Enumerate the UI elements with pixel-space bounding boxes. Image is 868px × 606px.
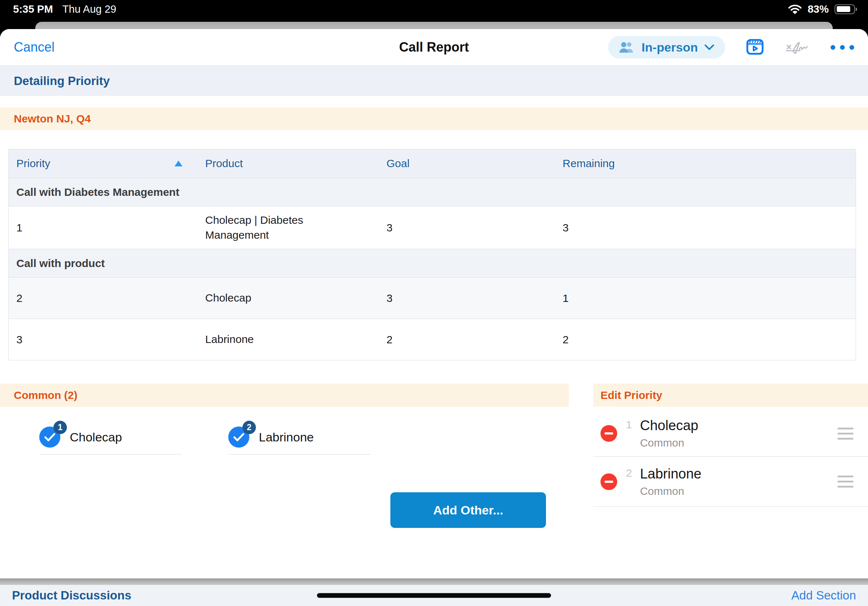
- edit-item-title: Cholecap: [640, 418, 699, 433]
- cell-remaining: 3: [555, 222, 856, 234]
- section-title: Detailing Priority: [14, 74, 110, 88]
- add-other-button[interactable]: Add Other...: [391, 492, 546, 528]
- edit-priority-title: Edit Priority: [600, 389, 662, 402]
- cell-product: Cholecap | Diabetes Management: [198, 213, 379, 242]
- status-right: 83%: [788, 3, 855, 15]
- product-checkbox-item[interactable]: 1 Cholecap: [39, 420, 182, 454]
- page-title: Call Report: [399, 40, 469, 55]
- edit-priority-panel: Edit Priority 1 Cholecap Common 2 Lab: [593, 383, 868, 507]
- table-group-header: Call with product: [9, 249, 856, 277]
- bottom-bar: Product Discussions Add Section: [0, 585, 868, 606]
- edit-item-subtitle: Common: [640, 485, 702, 497]
- common-section-header: Common (2): [0, 383, 569, 407]
- edit-priority-row[interactable]: 2 Labrinone Common: [593, 457, 868, 507]
- territory-label: Newton NJ, Q4: [14, 113, 91, 125]
- priority-index: 1: [626, 419, 632, 431]
- edit-item-text: Labrinone Common: [640, 466, 702, 497]
- navbar-actions: In-person: [608, 36, 854, 59]
- section-header-detailing-priority: Detailing Priority: [0, 65, 868, 96]
- column-label-goal: Goal: [386, 157, 409, 169]
- media-button[interactable]: [746, 39, 764, 56]
- column-header-remaining[interactable]: Remaining: [555, 157, 856, 170]
- battery-tip: [856, 8, 857, 11]
- remove-item-button[interactable]: [600, 473, 617, 490]
- table-row[interactable]: 3 Labrinone 2 2: [9, 318, 856, 360]
- record-type-button[interactable]: In-person: [608, 36, 725, 59]
- cell-priority: 3: [9, 334, 198, 346]
- edit-item-subtitle: Common: [640, 437, 699, 449]
- table-row[interactable]: 1 Cholecap | Diabetes Management 3 3: [9, 206, 856, 249]
- status-bar: 5:35 PM Thu Aug 29 83%: [0, 0, 868, 21]
- sort-ascending-icon: [175, 161, 183, 166]
- chevron-down-icon: [704, 44, 714, 51]
- product-label: Cholecap: [70, 430, 122, 444]
- edit-priority-list: 1 Cholecap Common 2 Labrinone Common: [593, 411, 868, 507]
- edit-item-text: Cholecap Common: [640, 418, 699, 449]
- wifi-icon: [788, 4, 802, 14]
- priority-index: 2: [626, 467, 632, 479]
- call-report-sheet: Cancel Call Report In-person: [0, 29, 868, 606]
- add-section-button[interactable]: Add Section: [791, 589, 856, 602]
- cell-goal: 2: [379, 334, 555, 346]
- cancel-button[interactable]: Cancel: [14, 40, 54, 55]
- record-type-label: In-person: [642, 40, 698, 54]
- column-header-goal[interactable]: Goal: [379, 157, 555, 170]
- column-label-product: Product: [205, 157, 243, 169]
- table-group-header: Call with Diabetes Management: [9, 178, 856, 206]
- product-checkbox-item[interactable]: 2 Labrinone: [228, 420, 371, 454]
- battery-icon: [835, 5, 855, 14]
- territory-banner: Newton NJ, Q4: [0, 108, 868, 130]
- signature-icon: [785, 39, 809, 56]
- scroll-edge-shadow: [0, 578, 868, 585]
- people-icon: [619, 42, 635, 53]
- table-row[interactable]: 2 Cholecap 3 1: [9, 277, 856, 318]
- cell-remaining: 2: [555, 334, 856, 346]
- drag-handle-icon[interactable]: [837, 476, 854, 488]
- ellipsis-icon: [831, 45, 854, 50]
- cell-priority: 2: [9, 292, 198, 305]
- battery-fill: [837, 6, 850, 12]
- column-label-remaining: Remaining: [563, 157, 615, 169]
- checkbox-checked-icon[interactable]: 1: [39, 427, 60, 448]
- product-label: Labrinone: [259, 430, 314, 444]
- group-label: Call with Diabetes Management: [16, 186, 179, 198]
- common-items: 1 Cholecap 2 Labrinone: [0, 407, 569, 494]
- column-header-priority[interactable]: Priority: [9, 157, 198, 170]
- cell-priority: 1: [9, 222, 198, 234]
- common-products-section: Common (2) 1 Cholecap: [0, 383, 569, 494]
- edit-priority-row[interactable]: 1 Cholecap Common: [593, 411, 868, 457]
- checkbox-checked-icon[interactable]: 2: [228, 427, 250, 448]
- column-label-priority: Priority: [16, 157, 50, 170]
- signature-button[interactable]: [785, 39, 809, 56]
- cell-remaining: 1: [555, 292, 856, 305]
- navbar: Cancel Call Report In-person: [0, 29, 868, 65]
- common-section-title: Common (2): [14, 389, 78, 402]
- screen: 5:35 PM Thu Aug 29 83% Cancel: [0, 0, 868, 606]
- battery-percent: 83%: [808, 3, 829, 15]
- cell-product: Labrinone: [198, 332, 379, 347]
- media-player-icon: [746, 39, 764, 56]
- next-section-label: Product Discussions: [12, 589, 131, 602]
- group-label: Call with product: [16, 257, 105, 270]
- table-header-row: Priority Product Goal Remaining: [9, 149, 856, 178]
- drag-handle-icon[interactable]: [837, 428, 854, 440]
- status-left: 5:35 PM Thu Aug 29: [13, 3, 116, 15]
- edit-item-title: Labrinone: [640, 466, 702, 482]
- status-date: Thu Aug 29: [62, 3, 116, 15]
- edit-priority-header: Edit Priority: [593, 383, 868, 407]
- status-time: 5:35 PM: [13, 3, 53, 15]
- cell-product: Cholecap: [198, 291, 379, 306]
- more-button[interactable]: [831, 45, 854, 50]
- column-header-product[interactable]: Product: [198, 157, 379, 170]
- cell-goal: 3: [379, 222, 555, 234]
- priority-table: Priority Product Goal Remaining Call wit…: [8, 149, 856, 360]
- cell-goal: 3: [379, 292, 555, 305]
- remove-item-button[interactable]: [600, 425, 617, 442]
- home-indicator[interactable]: [317, 593, 551, 598]
- selection-order-badge: 2: [242, 421, 256, 434]
- selection-order-badge: 1: [53, 421, 67, 434]
